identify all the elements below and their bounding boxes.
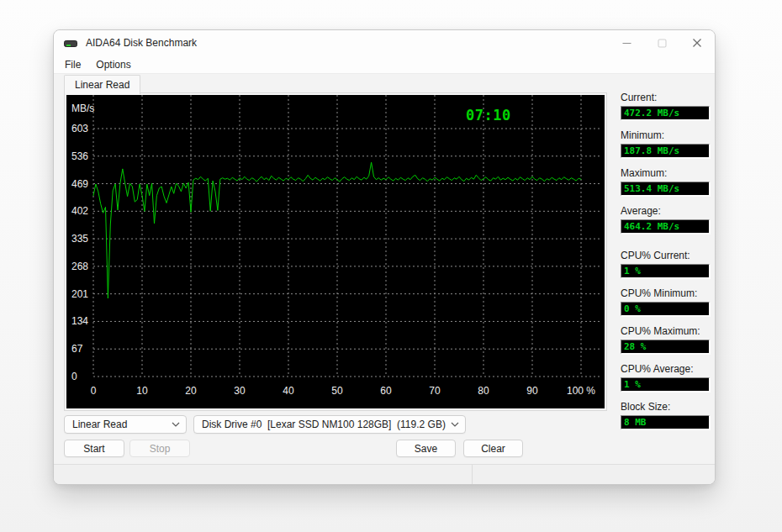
- svg-text:268: 268: [71, 261, 88, 272]
- status-pane-right: [473, 465, 715, 484]
- window-controls: [609, 30, 715, 55]
- svg-text:80: 80: [478, 385, 489, 397]
- close-icon: [692, 38, 702, 48]
- stat-label: Block Size:: [621, 401, 711, 413]
- stat-label: CPU% Current:: [621, 250, 711, 261]
- stat-value-box: 0 %: [621, 302, 710, 316]
- stat-row-average: Average: 464.2 MB/s: [621, 205, 711, 234]
- clear-button[interactable]: Clear: [463, 440, 523, 457]
- stat-label: CPU% Average:: [621, 363, 711, 375]
- hard-drive-icon: [64, 38, 78, 49]
- svg-text:50: 50: [331, 385, 343, 397]
- svg-text:30: 30: [234, 385, 246, 397]
- stat-value-box: 464.2 MB/s: [621, 219, 710, 234]
- stop-button[interactable]: Stop: [129, 440, 190, 457]
- stat-label: Maximum:: [621, 167, 711, 179]
- stat-row-block-size: Block Size: 8 MB: [621, 401, 711, 429]
- svg-text:40: 40: [283, 385, 294, 397]
- menu-options[interactable]: Options: [88, 57, 138, 72]
- stat-row-minimum: Minimum: 187.8 MB/s: [621, 129, 711, 158]
- stat-row-cpu-maximum: CPU% Maximum: 28 %: [621, 325, 711, 354]
- svg-text:0: 0: [71, 371, 77, 382]
- stat-row-cpu-minimum: CPU% Minimum: 0 %: [621, 287, 711, 316]
- stat-row-maximum: Maximum: 513.4 MB/s: [621, 167, 711, 196]
- stat-label: CPU% Minimum:: [621, 287, 711, 299]
- svg-text:90: 90: [526, 385, 538, 397]
- svg-text:0: 0: [91, 385, 97, 397]
- tab-linear-read[interactable]: Linear Read: [64, 75, 140, 94]
- svg-text:60: 60: [380, 385, 392, 397]
- stat-value-box: 28 %: [621, 340, 710, 354]
- status-bar: [54, 464, 715, 484]
- svg-text:07:10: 07:10: [466, 107, 511, 124]
- status-pane-left: [54, 465, 473, 484]
- svg-text:67: 67: [71, 343, 83, 355]
- svg-text:70: 70: [429, 385, 441, 397]
- minimize-button[interactable]: [609, 30, 644, 55]
- benchmark-type-select[interactable]: Linear Read: [64, 415, 187, 434]
- tab-page: MB/s603536469402335268201134670010203040…: [64, 92, 607, 411]
- disk-drive-value: Disk Drive #0 [Lexar SSD NM100 128GB] (1…: [202, 419, 451, 430]
- chevron-down-icon: [451, 422, 459, 427]
- stat-row-cpu-current: CPU% Current: 1 %: [621, 250, 711, 278]
- title-bar: AIDA64 Disk Benchmark: [54, 30, 715, 55]
- svg-text:MB/s: MB/s: [71, 103, 94, 114]
- svg-text:20: 20: [185, 385, 197, 397]
- menu-bar: File Options: [54, 55, 715, 74]
- chevron-down-icon: [172, 422, 180, 427]
- svg-text:10: 10: [136, 385, 148, 397]
- disk-drive-select[interactable]: Disk Drive #0 [Lexar SSD NM100 128GB] (1…: [193, 415, 466, 434]
- window-title: AIDA64 Disk Benchmark: [86, 37, 197, 49]
- stat-value-box: 187.8 MB/s: [621, 144, 710, 158]
- stat-label: Average:: [621, 205, 711, 217]
- svg-text:201: 201: [71, 288, 88, 300]
- stat-label: Minimum:: [621, 129, 711, 141]
- svg-text:402: 402: [71, 205, 88, 217]
- stat-label: Current:: [621, 92, 711, 103]
- save-button[interactable]: Save: [396, 440, 456, 457]
- minimize-icon: [622, 39, 631, 48]
- svg-text:335: 335: [71, 233, 88, 245]
- svg-text:100 %: 100 %: [567, 385, 595, 397]
- svg-text:603: 603: [71, 123, 88, 134]
- app-window: AIDA64 Disk Benchmark File Options Linea…: [53, 29, 716, 485]
- stat-value-box: 1 %: [621, 264, 710, 278]
- stat-value-box: 1 %: [621, 377, 710, 392]
- benchmark-type-value: Linear Read: [72, 419, 172, 430]
- stats-panel: Current: 472.2 MB/s Minimum: 187.8 MB/s …: [621, 92, 711, 439]
- maximize-icon: [658, 39, 667, 48]
- benchmark-chart: MB/s603536469402335268201134670010203040…: [66, 95, 605, 408]
- close-button[interactable]: [679, 30, 715, 55]
- stat-row-cpu-average: CPU% Average: 1 %: [621, 363, 711, 392]
- stat-value-box: 472.2 MB/s: [621, 106, 710, 120]
- stat-label: CPU% Maximum:: [621, 325, 711, 337]
- stat-value-box: 8 MB: [621, 415, 710, 429]
- start-button[interactable]: Start: [64, 440, 124, 457]
- maximize-button[interactable]: [644, 30, 679, 55]
- svg-text:536: 536: [71, 150, 88, 162]
- menu-file[interactable]: File: [57, 57, 88, 72]
- stat-row-current: Current: 472.2 MB/s: [621, 92, 711, 120]
- chart-canvas: MB/s603536469402335268201134670010203040…: [66, 95, 605, 408]
- svg-text:134: 134: [71, 315, 88, 327]
- svg-text:469: 469: [71, 178, 88, 190]
- stat-value-box: 513.4 MB/s: [621, 182, 710, 196]
